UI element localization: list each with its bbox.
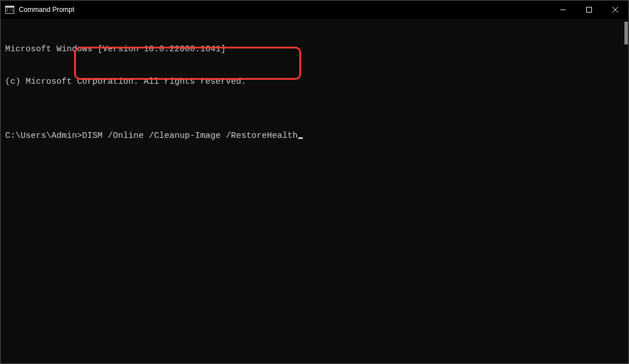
- terminal-area[interactable]: Microsoft Windows [Version 10.0.22000.16…: [1, 19, 628, 156]
- command-input[interactable]: DISM /Online /Cleanup-Image /RestoreHeal…: [82, 131, 298, 141]
- minimize-button[interactable]: [550, 1, 576, 19]
- cmd-icon: C:\: [5, 5, 14, 14]
- close-button[interactable]: [602, 1, 628, 19]
- svg-rect-4: [587, 7, 592, 13]
- vertical-scrollbar[interactable]: [624, 22, 628, 44]
- prompt-line: C:\Users\Admin>DISM /Online /Cleanup-Ima…: [5, 130, 624, 141]
- prompt-path: C:\Users\Admin>: [5, 131, 82, 141]
- svg-text:C:\: C:\: [6, 8, 14, 13]
- titlebar[interactable]: C:\ Command Prompt: [1, 1, 628, 19]
- output-line: (c) Microsoft Corporation. All rights re…: [5, 76, 624, 87]
- window-title: Command Prompt: [19, 6, 74, 14]
- window-controls: [550, 1, 628, 19]
- text-cursor: [298, 137, 303, 139]
- maximize-button[interactable]: [576, 1, 602, 19]
- output-line: Microsoft Windows [Version 10.0.22000.16…: [5, 44, 624, 55]
